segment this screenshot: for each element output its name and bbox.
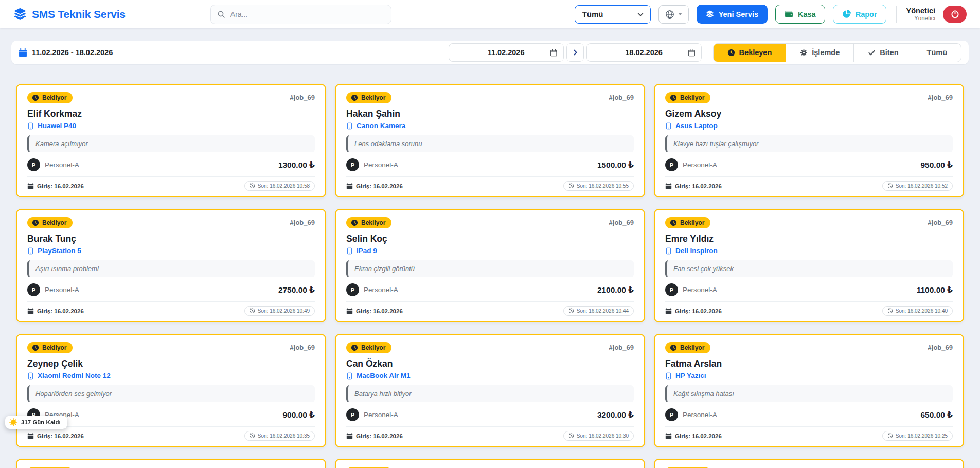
cashbox-button[interactable]: Kasa: [775, 5, 825, 24]
status-text: Bekliyor: [680, 94, 704, 101]
problem-note: Kamera açılmıyor: [27, 135, 315, 152]
job-card[interactable]: Bekliyor #job_69 Zeynep Çelik Xiaomi Red…: [16, 334, 326, 447]
job-card[interactable]: Bekliyor: [335, 459, 645, 468]
header-actions: Tümü Yeni Servis Kasa R: [575, 5, 967, 24]
clock-icon: [351, 344, 358, 351]
clock-icon: [670, 94, 677, 101]
status-badge: Bekliyor: [27, 342, 73, 353]
card-badge-row: Bekliyor #job_69: [27, 217, 315, 228]
job-card[interactable]: Bekliyor #job_69 Burak Tunç PlayStation …: [16, 209, 326, 322]
calendar-icon: [346, 308, 353, 314]
personnel-name: Personel-A: [364, 161, 398, 169]
history-icon: [250, 308, 255, 314]
search-input[interactable]: [210, 5, 391, 24]
last-update-text: Son: 16.02.2026 10:52: [896, 183, 948, 189]
date-from-input[interactable]: 11.02.2026: [449, 43, 564, 62]
card-footer: Giriş: 16.02.2026 Son: 16.02.2026 10:52: [665, 176, 953, 191]
tab-biten[interactable]: Biten: [853, 44, 912, 62]
card-badge-row: Bekliyor #job_69: [665, 342, 953, 353]
clock-icon: [351, 219, 358, 226]
status-badge: Bekliyor: [346, 92, 391, 103]
job-id: #job_69: [928, 342, 953, 351]
last-update-badge: Son: 16.02.2026 10:44: [563, 306, 634, 316]
customer-name: Fatma Arslan: [665, 358, 953, 369]
calendar-icon: [665, 183, 672, 189]
price: 650.00 ₺: [921, 410, 953, 420]
status-filter-select[interactable]: Tümü: [575, 5, 651, 24]
customer-name: Zeynep Çelik: [27, 358, 315, 369]
layers-icon: [706, 10, 714, 19]
logout-button[interactable]: [943, 6, 967, 23]
job-card[interactable]: Bekliyor #job_69 Selin Koç iPad 9 Ekran …: [335, 209, 645, 322]
date-to-input[interactable]: 18.02.2026: [586, 43, 702, 62]
device-name: Xiaomi Redmi Note 12: [38, 372, 111, 380]
entry-date-text: Giriş: 16.02.2026: [37, 183, 84, 189]
last-update-badge: Son: 16.02.2026 10:30: [563, 431, 634, 441]
job-card[interactable]: Bekliyor: [16, 459, 326, 468]
device-name: Asus Laptop: [675, 122, 718, 130]
entry-date: Giriş: 16.02.2026: [665, 308, 722, 314]
job-card[interactable]: Bekliyor #job_69 Hakan Şahin Canon Kamer…: [335, 84, 645, 197]
status-badge: Bekliyor: [27, 217, 73, 228]
filter-bar: 11.02.2026 - 18.02.2026 11.02.2026 18.02…: [11, 41, 969, 64]
last-update-text: Son: 16.02.2026 10:40: [896, 308, 948, 314]
entry-date-text: Giriş: 16.02.2026: [356, 183, 403, 189]
layers-icon: [13, 8, 27, 21]
new-service-button[interactable]: Yeni Servis: [697, 5, 768, 24]
price: 1300.00 ₺: [278, 160, 315, 170]
language-button[interactable]: [658, 5, 689, 24]
history-icon: [250, 433, 255, 439]
brand[interactable]: SMS Teknik Servis: [13, 8, 126, 21]
status-badge: Bekliyor: [665, 217, 710, 228]
job-card[interactable]: Bekliyor #job_69 Emre Yıldız Dell Inspir…: [654, 209, 964, 322]
last-update-badge: Son: 16.02.2026 10:52: [882, 181, 953, 191]
caret-down-icon: [678, 13, 682, 15]
status-text: Bekliyor: [361, 94, 385, 101]
problem-note: Hoparlörden ses gelmiyor: [27, 385, 315, 402]
entry-date: Giriş: 16.02.2026: [27, 183, 84, 189]
status-badge: Bekliyor: [27, 92, 73, 103]
tab-bekleyen[interactable]: Bekleyen: [714, 44, 786, 62]
report-button[interactable]: Rapor: [833, 5, 886, 24]
card-badge-row: Bekliyor #job_69: [346, 217, 634, 228]
problem-note: Lens odaklama sorunu: [346, 135, 634, 152]
date-to-value: 18.02.2026: [625, 48, 663, 57]
status-text: Bekliyor: [42, 344, 66, 351]
search-box: [210, 5, 391, 24]
job-card[interactable]: Bekliyor #job_69 Elif Korkmaz Huawei P40…: [16, 84, 326, 197]
device-row: iPad 9: [346, 247, 634, 255]
job-card[interactable]: Bekliyor #job_69 Gizem Aksoy Asus Laptop…: [654, 84, 964, 197]
status-filter-value: Tümü: [582, 10, 603, 19]
history-icon: [250, 183, 255, 189]
avatar: P: [346, 158, 359, 171]
job-card[interactable]: Bekliyor #job_69 Fatma Arslan HP Yazıcı …: [654, 334, 964, 447]
personnel-name: Personel-A: [683, 411, 717, 419]
user-name: Yönetici: [906, 7, 935, 15]
tab-tumu[interactable]: Tümü: [913, 44, 961, 62]
history-icon: [568, 433, 574, 439]
personnel-name: Personel-A: [683, 161, 717, 169]
globe-icon: [665, 10, 674, 19]
next-range-button[interactable]: [566, 43, 584, 62]
job-id: #job_69: [609, 92, 634, 101]
job-id: #job_69: [609, 342, 634, 351]
last-update-text: Son: 16.02.2026 10:35: [258, 433, 310, 439]
avatar: P: [346, 283, 359, 296]
wallet-icon: [785, 10, 793, 19]
card-badge-row: Bekliyor #job_69: [27, 342, 315, 353]
tab-label: Bekleyen: [739, 48, 772, 57]
entry-date-text: Giriş: 16.02.2026: [675, 183, 722, 189]
job-id: #job_69: [290, 217, 315, 226]
report-label: Rapor: [856, 10, 877, 19]
card-footer: Giriş: 16.02.2026 Son: 16.02.2026 10:25: [665, 426, 953, 441]
avatar: P: [27, 158, 40, 171]
job-card[interactable]: Bekliyor #job_69 Can Özkan MacBook Air M…: [335, 334, 645, 447]
personnel-name: Personel-A: [364, 411, 398, 419]
history-icon: [887, 308, 893, 314]
tab-islemde[interactable]: İşlemde: [786, 44, 853, 62]
avatar: P: [665, 283, 678, 296]
job-card[interactable]: Bekliyor: [654, 459, 964, 468]
device-icon: [346, 372, 353, 380]
entry-date-text: Giriş: 16.02.2026: [37, 308, 84, 314]
device-name: MacBook Air M1: [357, 372, 411, 380]
